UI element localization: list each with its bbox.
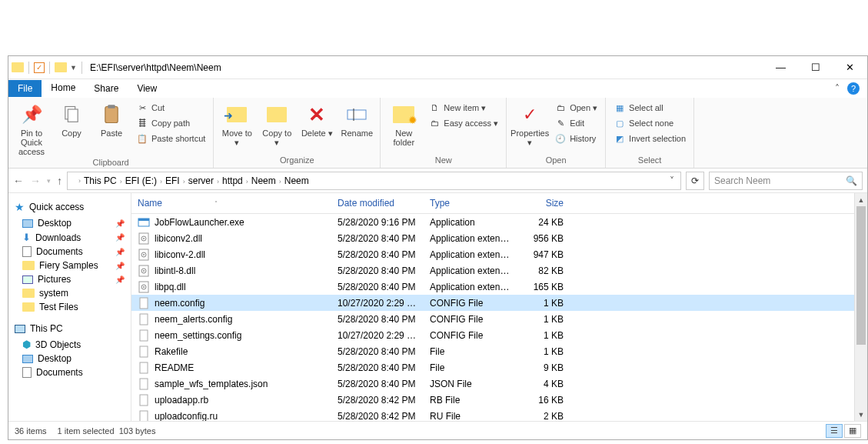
cut-button[interactable]: ✂Cut xyxy=(133,101,208,115)
navpane-item[interactable]: Test Files xyxy=(8,300,131,314)
refresh-button[interactable]: ⟳ xyxy=(686,172,704,190)
up-button[interactable]: ↑ xyxy=(57,175,62,187)
rename-button[interactable]: Rename xyxy=(338,101,375,139)
file-row[interactable]: libintl-8.dll5/28/2020 8:40 PMApplicatio… xyxy=(131,262,854,279)
file-row[interactable]: Rakefile5/28/2020 8:40 PMFile1 KB xyxy=(131,343,854,359)
copy-to-button[interactable]: Copy to ▾ xyxy=(258,101,295,149)
scroll-track[interactable] xyxy=(855,206,867,408)
filename: libiconv-2.dll xyxy=(155,249,205,260)
qat-properties-icon[interactable]: ✓ xyxy=(34,62,45,73)
help-icon[interactable]: ? xyxy=(847,82,860,95)
window-title: E:\EFI\server\httpd\Neem\Neem xyxy=(90,62,221,73)
breadcrumb-part[interactable]: This PC xyxy=(84,175,117,186)
file-row[interactable]: neem.config10/27/2020 2:29 PMCONFIG File… xyxy=(131,295,854,311)
cell-type: CONFIG File xyxy=(424,330,516,341)
explorer-window: ✓ ▼ E:\EFI\server\httpd\Neem\Neem ― ☐ ✕ … xyxy=(8,55,868,440)
delete-button[interactable]: ✕Delete ▾ xyxy=(298,101,335,139)
select-none-button[interactable]: ▢Select none xyxy=(610,116,689,130)
close-button[interactable]: ✕ xyxy=(833,56,867,79)
navigation-pane[interactable]: ★Quick access Desktop📌⬇Downloads📌Documen… xyxy=(8,193,131,421)
file-row[interactable]: README5/28/2020 8:40 PMFile9 KB xyxy=(131,359,854,376)
breadcrumb-sep[interactable]: › xyxy=(120,178,122,185)
file-row[interactable]: libiconv-2.dll5/28/2020 8:40 PMApplicati… xyxy=(131,246,854,262)
navpane-item[interactable]: ⬢3D Objects xyxy=(8,337,131,352)
navpane-item[interactable]: Fiery Samples📌 xyxy=(8,259,131,272)
thumbnails-view-button[interactable]: ▦ xyxy=(844,424,861,438)
scroll-thumb[interactable] xyxy=(856,206,866,345)
tab-share[interactable]: Share xyxy=(85,80,128,97)
forward-button[interactable]: → xyxy=(30,175,41,187)
breadcrumb-part[interactable]: server xyxy=(188,175,214,186)
scroll-down-icon[interactable]: ▼ xyxy=(855,408,867,421)
navpane-this-pc[interactable]: This PC xyxy=(8,320,131,337)
recent-dropdown-icon[interactable]: ▾ xyxy=(47,177,51,185)
tab-view[interactable]: View xyxy=(128,80,166,97)
easy-access-button[interactable]: 🗀Easy access ▾ xyxy=(425,116,501,130)
col-header-size[interactable]: Size xyxy=(516,196,570,210)
history-button[interactable]: 🕘History xyxy=(551,132,600,145)
file-row[interactable]: neem_settings.config10/27/2020 2:29 PMCO… xyxy=(131,327,854,343)
edit-button[interactable]: ✎Edit xyxy=(551,116,600,130)
invert-selection-button[interactable]: ◩Invert selection xyxy=(610,132,689,145)
tab-file[interactable]: File xyxy=(8,80,42,97)
new-folder-button[interactable]: ✹New folder xyxy=(385,101,422,149)
tab-home[interactable]: Home xyxy=(42,79,85,98)
file-list[interactable]: JobFlowLauncher.exe5/28/2020 9:16 PMAppl… xyxy=(131,214,854,421)
breadcrumb-sep[interactable]: › xyxy=(246,178,248,185)
navpane-item[interactable]: Pictures📌 xyxy=(8,272,131,286)
back-button[interactable]: ← xyxy=(13,175,24,187)
vertical-scrollbar[interactable]: ▲ ▼ xyxy=(854,193,867,421)
breadcrumb-part[interactable]: Neem xyxy=(284,175,309,186)
details-view-button[interactable]: ☰ xyxy=(826,424,843,438)
navpane-item[interactable]: Desktop📌 xyxy=(8,216,131,230)
cell-name: libintl-8.dll xyxy=(131,265,331,277)
file-row[interactable]: sample_wfs_templates.json5/28/2020 8:40 … xyxy=(131,376,854,392)
file-row[interactable]: libpq.dll5/28/2020 8:40 PMApplication ex… xyxy=(131,279,854,295)
maximize-button[interactable]: ☐ xyxy=(798,56,833,79)
label: New folder xyxy=(387,129,421,147)
ribbon-collapse-icon[interactable]: ˄ xyxy=(835,83,840,94)
navpane-item[interactable]: system xyxy=(8,286,131,300)
col-header-date[interactable]: Date modified xyxy=(331,196,424,210)
file-row[interactable]: uploadconfig.ru5/28/2020 8:42 PMRU File2… xyxy=(131,408,854,421)
navpane-item[interactable]: ⬇Downloads📌 xyxy=(8,230,131,245)
col-header-name[interactable]: Name˄ xyxy=(131,196,331,210)
breadcrumb-dropdown-icon[interactable]: ˅ xyxy=(667,175,677,186)
move-to-button[interactable]: ➜Move to ▾ xyxy=(218,101,255,149)
paste-button[interactable]: Paste xyxy=(93,101,130,139)
breadcrumb-sep[interactable]: › xyxy=(78,177,81,185)
open-button[interactable]: 🗀Open ▾ xyxy=(551,101,600,115)
paste-shortcut-button[interactable]: 📋Paste shortcut xyxy=(133,132,208,145)
file-row[interactable]: uploadapp.rb5/28/2020 8:42 PMRB File16 K… xyxy=(131,392,854,408)
breadcrumb[interactable]: › This PC›EFI (E:)›EFI›server›httpd›Neem… xyxy=(67,172,681,190)
pin-quick-access-button[interactable]: 📌 Pin to Quick access xyxy=(13,101,50,158)
cell-type: Application extens... xyxy=(424,282,516,292)
breadcrumb-part[interactable]: EFI (E:) xyxy=(125,175,157,186)
qat-dropdown-icon[interactable]: ▼ xyxy=(70,64,77,72)
new-item-button[interactable]: 🗋New item ▾ xyxy=(425,101,501,115)
breadcrumb-part[interactable]: httpd xyxy=(222,175,243,186)
view-switcher: ☰ ▦ xyxy=(826,424,861,438)
navpane-item[interactable]: Documents📌 xyxy=(8,245,131,259)
breadcrumb-sep[interactable]: › xyxy=(217,178,219,185)
file-row[interactable]: JobFlowLauncher.exe5/28/2020 9:16 PMAppl… xyxy=(131,214,854,230)
col-header-type[interactable]: Type xyxy=(424,196,516,210)
scroll-up-icon[interactable]: ▲ xyxy=(855,193,867,206)
navpane-item[interactable]: Desktop xyxy=(8,352,131,366)
breadcrumb-sep[interactable]: › xyxy=(160,178,162,185)
select-all-button[interactable]: ▦Select all xyxy=(610,101,689,115)
navpane-item[interactable]: Documents xyxy=(8,366,131,379)
navpane-quick-access[interactable]: ★Quick access xyxy=(8,198,131,216)
breadcrumb-part[interactable]: Neem xyxy=(251,175,276,186)
copy-button[interactable]: Copy xyxy=(53,101,90,139)
file-row[interactable]: neem_alerts.config5/28/2020 8:40 PMCONFI… xyxy=(131,311,854,327)
search-box[interactable]: Search Neem 🔍 xyxy=(709,172,863,190)
minimize-button[interactable]: ― xyxy=(763,56,798,79)
file-row[interactable]: libiconv2.dll5/28/2020 8:40 PMApplicatio… xyxy=(131,230,854,246)
label: Downloads xyxy=(35,232,81,243)
copy-path-button[interactable]: 🛤Copy path xyxy=(133,116,208,130)
properties-button[interactable]: ✓Properties ▾ xyxy=(511,101,548,149)
breadcrumb-sep[interactable]: › xyxy=(183,178,185,185)
breadcrumb-part[interactable]: EFI xyxy=(165,175,180,186)
breadcrumb-sep[interactable]: › xyxy=(279,178,281,185)
